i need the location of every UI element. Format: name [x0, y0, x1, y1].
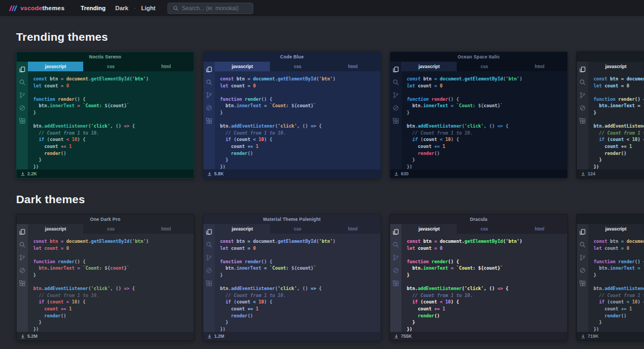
code-preview: const btn = document.getElementById('btn…: [28, 71, 194, 169]
extensions-icon: [206, 280, 213, 287]
files-icon: [579, 228, 586, 235]
search-icon: [392, 241, 399, 248]
logo-text-prefix: vscode: [20, 5, 42, 11]
download-icon: [581, 334, 586, 339]
tab-javascript[interactable]: javascript: [215, 62, 270, 71]
source-control-icon: [392, 254, 399, 261]
tab-bar: javascriptcsshtml: [28, 224, 194, 234]
tab-css[interactable]: css: [83, 224, 138, 234]
tab-css[interactable]: css: [270, 62, 325, 71]
nav-link-light[interactable]: Light: [141, 5, 156, 11]
tab-javascript[interactable]: javascript: [588, 62, 643, 71]
theme-name: Code Blue: [203, 52, 380, 62]
tab-html[interactable]: html: [138, 224, 194, 234]
theme-card[interactable]: Ocean Space Italicjavascriptcsshtmlconst…: [390, 51, 568, 179]
tab-javascript[interactable]: javascript: [588, 224, 643, 234]
tab-javascript[interactable]: javascript: [215, 224, 270, 234]
theme-name: [577, 52, 644, 62]
tab-javascript[interactable]: javascript: [28, 224, 83, 234]
tab-bar: javascriptcsshtml: [401, 62, 567, 71]
source-control-icon: [579, 92, 586, 99]
theme-card[interactable]: javascriptcsshtmlconst btn = document.ge…: [576, 51, 644, 179]
card-footer: 719K: [577, 332, 644, 340]
logo[interactable]: vscodethemes: [9, 5, 64, 12]
tab-bar: javascriptcsshtml: [215, 62, 380, 71]
theme-card[interactable]: Material Theme Palenightjavascriptcsshtm…: [203, 214, 381, 341]
tab-html[interactable]: html: [325, 62, 380, 71]
extensions-icon: [392, 117, 399, 124]
search-icon: [206, 79, 213, 86]
tab-css[interactable]: css: [270, 224, 325, 234]
tab-javascript[interactable]: javascript: [28, 62, 83, 71]
search-icon: [173, 5, 179, 11]
tab-html[interactable]: html: [512, 224, 567, 234]
debug-icon: [392, 267, 399, 274]
code-preview: const btn = document.getElementById('btn…: [588, 71, 644, 169]
section-heading: Trending themes: [16, 31, 628, 43]
files-icon: [19, 66, 26, 73]
extensions-icon: [206, 117, 213, 124]
nav-link-dark[interactable]: Dark: [115, 5, 128, 11]
download-icon: [207, 334, 212, 339]
theme-name: [577, 214, 644, 224]
code-preview: const btn = document.getElementById('btn…: [588, 234, 644, 332]
extensions-icon: [579, 117, 586, 124]
activity-bar: [577, 62, 588, 169]
download-count: 124: [588, 171, 595, 176]
search-input[interactable]: [182, 5, 248, 11]
theme-card[interactable]: javascriptcsshtmlconst btn = document.ge…: [576, 214, 644, 341]
debug-icon: [392, 105, 399, 112]
source-control-icon: [19, 92, 26, 99]
search-icon: [19, 79, 26, 86]
download-icon: [20, 334, 25, 339]
theme-card[interactable]: One Dark Projavascriptcsshtmlconst btn =…: [16, 214, 194, 341]
theme-card[interactable]: Code Bluejavascriptcsshtmlconst btn = do…: [203, 51, 381, 179]
tab-javascript[interactable]: javascript: [401, 62, 457, 71]
download-icon: [207, 172, 212, 176]
debug-icon: [19, 105, 26, 112]
tab-html[interactable]: html: [512, 62, 567, 71]
tab-css[interactable]: css: [457, 224, 512, 234]
card-footer: 630: [390, 169, 567, 178]
card-footer: 1.2M: [203, 332, 380, 340]
debug-icon: [206, 267, 213, 274]
code-preview: const btn = document.getElementById('btn…: [401, 71, 567, 169]
extensions-icon: [19, 280, 26, 287]
tab-html[interactable]: html: [138, 62, 194, 71]
tab-css[interactable]: css: [457, 62, 512, 71]
source-control-icon: [206, 92, 213, 99]
top-nav: vscodethemes Trending Dark · Light: [0, 0, 644, 16]
logo-text: vscodethemes: [20, 5, 64, 11]
tab-javascript[interactable]: javascript: [401, 224, 457, 234]
card-footer: 755K: [390, 332, 567, 340]
card-footer: 2.2K: [17, 169, 194, 178]
tab-bar: javascriptcsshtml: [401, 224, 567, 234]
search-icon: [19, 241, 26, 248]
search-icon: [206, 241, 213, 248]
files-icon: [392, 66, 399, 73]
code-preview: const btn = document.getElementById('btn…: [401, 234, 567, 332]
activity-bar: [17, 62, 28, 169]
debug-icon: [579, 267, 586, 274]
tab-bar: javascriptcsshtml: [588, 62, 644, 71]
theme-name: Material Theme Palenight: [203, 214, 380, 224]
code-preview: const btn = document.getElementById('btn…: [215, 71, 380, 169]
theme-card[interactable]: Draculajavascriptcsshtmlconst btn = docu…: [390, 214, 568, 341]
tab-css[interactable]: css: [83, 62, 138, 71]
code-preview: const btn = document.getElementById('btn…: [28, 234, 194, 332]
theme-card[interactable]: Noctis Serenojavascriptcsshtmlconst btn …: [16, 51, 194, 179]
logo-text-suffix: themes: [42, 5, 64, 11]
activity-bar: [390, 62, 401, 169]
tab-html[interactable]: html: [325, 224, 380, 234]
extensions-icon: [392, 280, 399, 287]
files-icon: [206, 66, 213, 73]
card-footer: 5.2M: [17, 332, 194, 340]
download-count: 630: [401, 171, 408, 176]
nav-link-trending[interactable]: Trending: [80, 5, 105, 11]
theme-name: Ocean Space Italic: [390, 52, 567, 62]
section-heading: Dark themes: [16, 193, 628, 206]
download-icon: [394, 334, 399, 339]
theme-name: Noctis Sereno: [17, 52, 194, 62]
section-dark: Dark themes One Dark Projavascriptcsshtm…: [0, 193, 644, 341]
extensions-icon: [579, 280, 586, 287]
